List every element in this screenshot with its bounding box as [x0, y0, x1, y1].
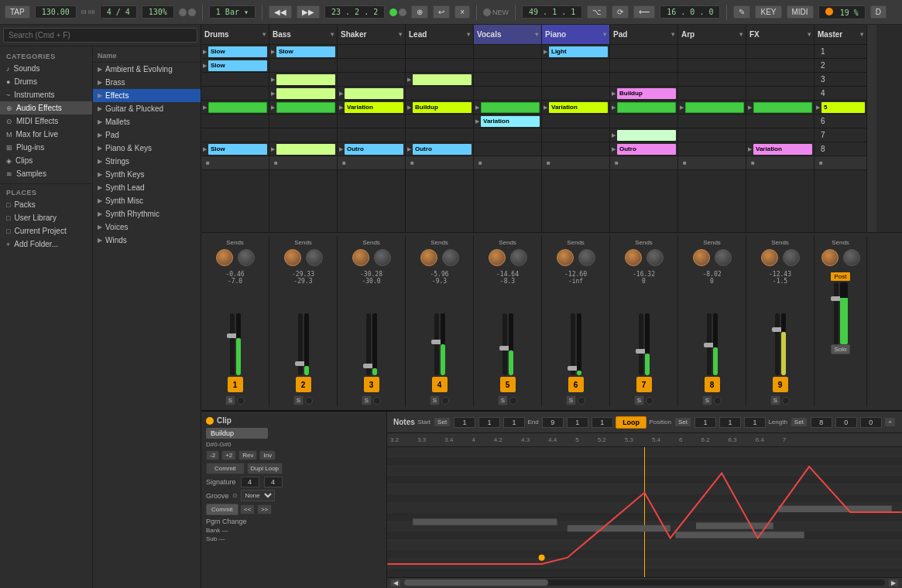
position-val2[interactable]: [719, 417, 741, 428]
fader-track[interactable]: [434, 313, 439, 375]
inv-btn[interactable]: Inv: [259, 450, 276, 460]
length-val3[interactable]: [860, 417, 882, 428]
clip-block[interactable]: Variation: [549, 102, 608, 113]
track-header-pad[interactable]: Pad▾: [610, 25, 677, 45]
send-knob-b[interactable]: [783, 249, 800, 266]
clip-slot[interactable]: [338, 115, 405, 128]
name-item[interactable]: ▶Brass: [93, 76, 201, 89]
clip-slot[interactable]: [406, 128, 473, 142]
clip-slot[interactable]: ▶Outro: [610, 142, 677, 156]
stop-btn[interactable]: ■: [201, 156, 269, 170]
clip-play-btn[interactable]: ▶: [203, 49, 207, 55]
dupl-loop-btn[interactable]: Dupl Loop: [247, 463, 283, 474]
send-knob-a[interactable]: [761, 249, 778, 266]
track-header-piano[interactable]: Piano▾: [542, 25, 609, 45]
clip-slot[interactable]: 8: [815, 142, 866, 156]
name-item[interactable]: ▶Synth Misc: [93, 194, 201, 207]
clip-slot[interactable]: ▶Slow: [201, 142, 269, 156]
clip-slot[interactable]: ▶Outro: [406, 142, 473, 156]
track-header-arp[interactable]: Arp▾: [678, 25, 746, 45]
pencil-tool[interactable]: ✎: [733, 5, 750, 19]
send-knob-a[interactable]: [557, 249, 574, 266]
send-knob-b[interactable]: [442, 249, 459, 266]
stop-btn[interactable]: ■: [542, 156, 609, 170]
send-knob-b[interactable]: [306, 249, 323, 266]
stop-btn[interactable]: ■: [746, 156, 814, 170]
stop-btn[interactable]: ■: [269, 156, 337, 170]
clip-block[interactable]: [276, 144, 335, 155]
clip-play-btn[interactable]: ▶: [203, 104, 207, 111]
clip-block[interactable]: [617, 130, 676, 141]
clip-play-btn[interactable]: ▶: [748, 146, 752, 152]
clip-block[interactable]: [208, 102, 267, 113]
clip-slot[interactable]: [201, 73, 269, 87]
clip-slot[interactable]: [746, 59, 814, 73]
clip-play-btn[interactable]: ▶: [271, 77, 275, 83]
forward-button[interactable]: ▶▶: [297, 5, 320, 19]
position-val3[interactable]: [744, 417, 766, 428]
end-val2[interactable]: [567, 417, 588, 428]
search-input[interactable]: [3, 28, 197, 43]
clip-block[interactable]: Slow: [208, 60, 267, 71]
clip-slot[interactable]: [746, 87, 814, 101]
track-arrow[interactable]: ▾: [603, 31, 606, 38]
quantize-display[interactable]: 1 Bar ▾: [209, 5, 256, 19]
clip-slot[interactable]: ▶: [269, 101, 337, 115]
clip-block[interactable]: [276, 102, 335, 113]
clip-slot[interactable]: [542, 142, 609, 156]
sidebar-item-instruments[interactable]: ~Instruments: [0, 88, 92, 101]
clip-block[interactable]: [753, 102, 812, 113]
clip-play-btn[interactable]: ▶: [544, 104, 547, 111]
groove-select[interactable]: None: [241, 490, 275, 501]
track-header-fx[interactable]: FX▾: [746, 25, 814, 45]
commit-btn[interactable]: Commit: [206, 504, 238, 515]
clip-slot[interactable]: ▶: [201, 101, 269, 115]
scroll-right-btn[interactable]: ▶: [888, 579, 899, 587]
start-val[interactable]: [454, 417, 475, 428]
pr-scrollbar[interactable]: ◀ ▶: [387, 577, 902, 588]
master-fader[interactable]: [834, 282, 839, 344]
mute-btn[interactable]: S: [498, 395, 508, 405]
length-set-btn[interactable]: Set: [791, 417, 808, 427]
clip-slot[interactable]: [678, 115, 746, 128]
clip-slot[interactable]: [746, 128, 814, 142]
clip-play-btn[interactable]: ▶: [339, 146, 343, 152]
transpose-up-btn[interactable]: +2: [221, 450, 236, 460]
length-val[interactable]: [811, 417, 832, 428]
mute-btn[interactable]: S: [430, 395, 440, 405]
session-scrollbar[interactable]: [867, 25, 876, 232]
clip-slot[interactable]: [474, 128, 541, 142]
clip-play-btn[interactable]: ▶: [816, 104, 820, 111]
place-item-current-project[interactable]: □Current Project: [0, 224, 92, 238]
clip-block[interactable]: Slow: [208, 144, 267, 155]
solo-btn[interactable]: Solo: [831, 344, 849, 354]
clip-slot[interactable]: ▶Slow: [201, 45, 269, 59]
name-item[interactable]: ▶Voices: [93, 220, 201, 234]
name-item[interactable]: ▶Ambient & Evolving: [93, 63, 201, 76]
clip-block[interactable]: [345, 88, 403, 99]
clip-slot[interactable]: ▶Outro: [338, 142, 405, 156]
clip-play-btn[interactable]: ▶: [680, 104, 684, 111]
fader-track[interactable]: [775, 313, 780, 375]
scroll-left-btn[interactable]: ◀: [390, 579, 401, 587]
clip-slot[interactable]: 1: [815, 45, 866, 59]
transpose-down-btn[interactable]: -2: [206, 450, 219, 460]
clip-play-btn[interactable]: ▶: [271, 104, 275, 111]
dot-btn[interactable]: [509, 397, 517, 405]
track-header-vocals[interactable]: Vocals▾: [474, 25, 541, 45]
send-knob-b[interactable]: [843, 249, 860, 266]
sidebar-item-clips[interactable]: ◈Clips: [0, 154, 92, 167]
rewind-button[interactable]: ◀◀: [269, 5, 292, 19]
channel-number[interactable]: 8: [705, 377, 720, 392]
clip-play-btn[interactable]: ▶: [407, 77, 411, 83]
name-item[interactable]: ▶Synth Keys: [93, 168, 201, 181]
clip-name[interactable]: Buildup: [206, 428, 268, 439]
clip-play-btn[interactable]: ▶: [203, 63, 207, 69]
channel-number[interactable]: 2: [296, 377, 311, 392]
clip-slot[interactable]: [542, 73, 609, 87]
tap-button[interactable]: TAP: [5, 5, 30, 19]
dot-btn[interactable]: [237, 397, 245, 405]
clip-slot[interactable]: [474, 87, 541, 101]
clip-slot[interactable]: [610, 59, 677, 73]
loop-btn[interactable]: Loop: [616, 416, 646, 429]
